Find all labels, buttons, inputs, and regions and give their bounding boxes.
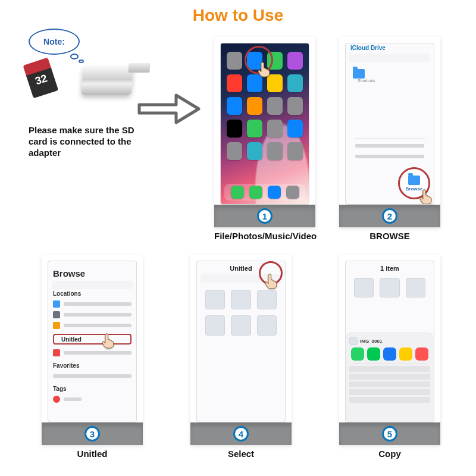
step-5-phone: 1 item IMG_0001 5 <box>339 255 440 445</box>
section-tags: Tags <box>53 386 131 392</box>
back-label: iCloud Drive <box>350 45 429 51</box>
card-reader-adapter <box>64 57 148 104</box>
action-copy <box>349 366 430 372</box>
step-1-caption: File/Photos/Music/Video <box>214 231 315 241</box>
location-onmyiphone <box>53 310 131 320</box>
folder-label: Shortcuts <box>358 79 422 83</box>
step-3-phone: Browse Locations Unitled Favorites Tags … <box>42 255 143 445</box>
share-app-icon <box>399 347 412 361</box>
location-untitled-highlight: Unitled <box>53 334 131 345</box>
search-bar <box>349 54 430 62</box>
location-extra <box>53 321 131 330</box>
sheet-title: IMG_0001 <box>360 339 382 344</box>
sd-card-icon: 32 <box>23 58 58 98</box>
step-number: 5 <box>382 426 397 441</box>
tap-hand-icon <box>417 187 434 205</box>
share-apps-row <box>349 347 430 361</box>
action-row <box>349 374 430 380</box>
search-bar <box>52 281 133 289</box>
note-bubble: Note: <box>29 29 80 55</box>
arrow-right-icon <box>137 88 202 130</box>
step-number: 2 <box>382 208 397 224</box>
step-2-phone: iCloud Drive Shortcuts Browse 2 <box>339 37 440 227</box>
section-locations: Locations <box>53 290 131 297</box>
step-number: 4 <box>233 426 249 441</box>
tap-hand-icon <box>99 331 117 349</box>
adapter-caption: Please make sure the SD card is connecte… <box>29 125 136 158</box>
dock <box>224 184 305 201</box>
share-sheet: IMG_0001 <box>346 333 434 422</box>
action-row <box>349 381 430 387</box>
action-row <box>349 389 430 395</box>
step-1-phone: 1 <box>214 37 315 227</box>
lightning-plug-icon <box>128 63 150 73</box>
screen-title: Browse <box>53 268 131 278</box>
tap-hand-icon <box>262 272 280 290</box>
folder-icon <box>353 69 365 79</box>
step-2-caption: BROWSE <box>339 231 440 241</box>
file-grid <box>197 284 285 342</box>
screen-title: 1 item <box>350 265 429 272</box>
step-number: 3 <box>84 426 100 441</box>
share-app-icon <box>415 347 428 361</box>
share-app-icon <box>383 347 396 361</box>
step-4-phone: Unitled 4 <box>190 255 292 445</box>
step-number: 1 <box>257 208 273 224</box>
section-favorites: Favorites <box>53 362 131 369</box>
share-app-icon <box>367 347 380 361</box>
location-icloud <box>53 299 131 309</box>
share-app-icon <box>351 347 364 361</box>
action-row <box>349 397 430 403</box>
step-5-caption: Copy <box>339 449 440 459</box>
step-3-caption: Unitled <box>42 449 143 459</box>
location-recent <box>53 348 131 358</box>
tap-hand-icon <box>255 60 273 78</box>
page-title: How to Use <box>0 0 476 25</box>
folder-icon <box>408 176 420 185</box>
step-4-caption: Select <box>190 449 292 459</box>
